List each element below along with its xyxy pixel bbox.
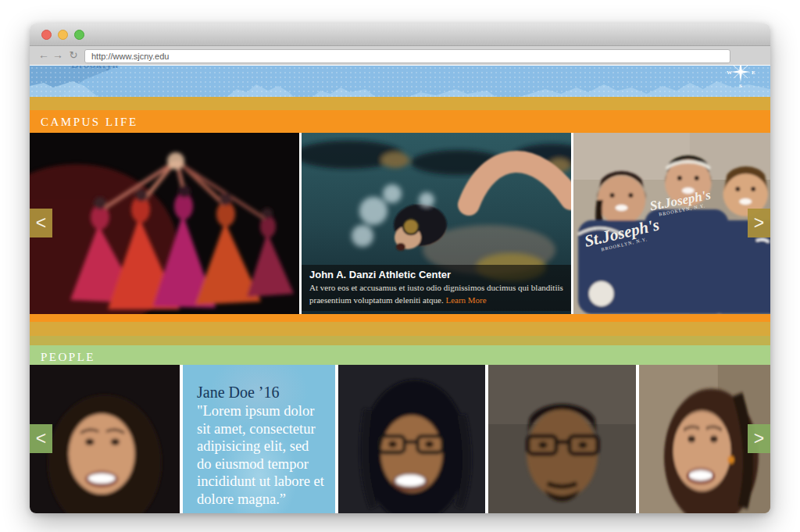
compass-south-label: S <box>739 83 742 88</box>
campus-life-carousel: John A. Danzi Athletic Center At vero eo… <box>30 133 770 314</box>
people-carousel: Jane Doe ’16 "Lorem ipsum dolor sit amet… <box>30 365 770 513</box>
people-heading: PEOPLE <box>30 345 770 364</box>
browser-window: ← → ↻ http://www.sjcny.edu Brooklyn W E … <box>30 23 770 513</box>
forward-icon[interactable]: → <box>52 46 64 65</box>
browser-toolbar: ← → ↻ http://www.sjcny.edu <box>30 46 770 65</box>
caption-body: At vero eos et accusamus et iusto odio d… <box>309 282 563 306</box>
olive-dotted-band <box>30 336 770 345</box>
people-quote-card: Jane Doe ’16 "Lorem ipsum dolor sit amet… <box>183 365 335 513</box>
man-glasses-portrait-photo <box>488 365 636 513</box>
compass-icon: W E S <box>725 66 756 88</box>
learn-more-link[interactable]: Learn More <box>445 295 486 305</box>
people-slide-3[interactable] <box>338 365 485 513</box>
carousel-slide-dancers[interactable] <box>30 133 299 314</box>
page-content: Brooklyn W E S CAMPUS LIFE <box>30 66 770 513</box>
people-header-band: PEOPLE <box>30 345 770 365</box>
dancers-photo <box>30 133 299 314</box>
refresh-icon[interactable]: ↻ <box>67 46 80 65</box>
carousel-slide-softball[interactable]: St.Joseph'sBROOKLYN, N.Y. St.Joseph'sBRO… <box>573 133 770 314</box>
caption-body-text: At vero eos et accusamus et iusto odio d… <box>309 283 563 304</box>
softball-team-photo <box>573 133 770 314</box>
banner-dot-pattern <box>30 66 770 97</box>
gold-dotted-band-top <box>30 97 770 110</box>
campus-carousel-next-button[interactable]: > <box>748 209 770 237</box>
people-carousel-next-button[interactable]: > <box>748 424 770 453</box>
campus-banner: Brooklyn W E S <box>30 66 770 97</box>
people-slide-4[interactable] <box>488 365 636 513</box>
quote-name: Jane Doe ’16 <box>197 384 324 402</box>
woman-glasses-portrait-photo <box>338 365 485 513</box>
back-icon[interactable]: ← <box>38 46 50 65</box>
zoom-button[interactable] <box>74 30 84 40</box>
caption-title: John A. Danzi Athletic Center <box>309 269 563 280</box>
slide-caption: John A. Danzi Athletic Center At vero eo… <box>302 265 571 311</box>
compass-east-label: E <box>752 70 755 76</box>
orange-band <box>30 314 770 322</box>
campus-location-label: Brooklyn <box>71 66 119 71</box>
people-carousel-prev-button[interactable]: < <box>30 424 52 453</box>
campus-life-header-band: CAMPUS LIFE <box>30 110 770 133</box>
carousel-slide-athletic-center[interactable]: John A. Danzi Athletic Center At vero eo… <box>302 133 571 314</box>
minimize-button[interactable] <box>58 30 68 40</box>
compass-west-label: W <box>727 70 732 76</box>
quote-text: "Lorem ipsum dolor sit amet, consectetur… <box>197 402 324 508</box>
campus-carousel-prev-button[interactable]: < <box>30 209 52 237</box>
campus-life-heading: CAMPUS LIFE <box>30 110 770 129</box>
address-bar[interactable]: http://www.sjcny.edu <box>84 49 730 63</box>
gold-dotted-band-mid <box>30 322 770 336</box>
browser-titlebar[interactable] <box>30 23 770 46</box>
close-button[interactable] <box>41 30 52 40</box>
